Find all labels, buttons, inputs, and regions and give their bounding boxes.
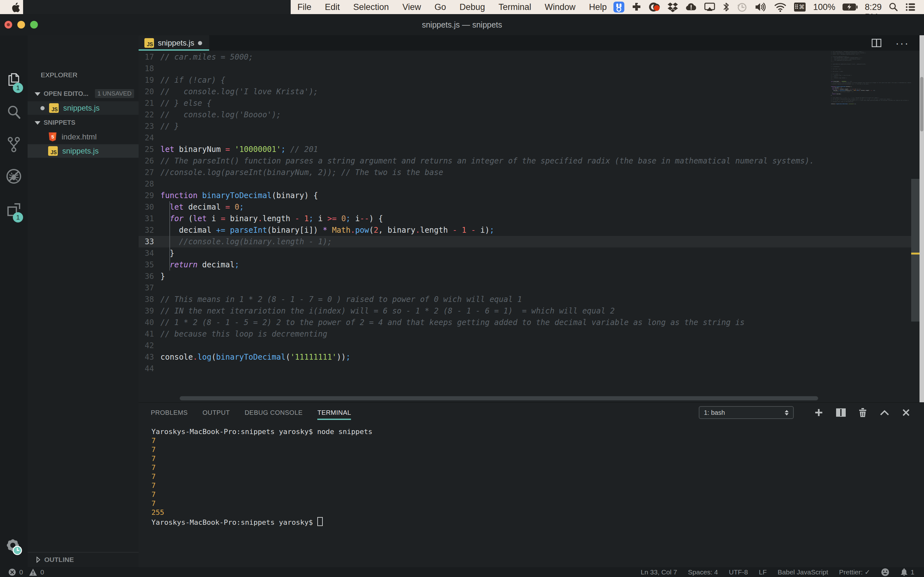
select-arrows-icon — [785, 410, 788, 416]
code-line-25[interactable]: 25let binaryNum = '10000001'; // 201 — [139, 143, 924, 155]
clipboard-plus-icon[interactable] — [632, 2, 642, 12]
menu-item-window[interactable]: Window — [538, 2, 582, 12]
zoom-window-button[interactable] — [30, 21, 38, 29]
airplay-icon[interactable] — [704, 2, 716, 12]
screen-record-icon[interactable] — [649, 2, 660, 12]
volume-icon[interactable] — [754, 2, 767, 12]
dropbox-icon[interactable] — [667, 2, 678, 12]
code-line-36[interactable]: 36} — [139, 271, 924, 282]
code-line-22[interactable]: 22// console.log('Boooo'); — [139, 109, 924, 121]
warning-count[interactable]: 0 — [40, 568, 44, 576]
horizontal-scrollbar[interactable] — [180, 396, 818, 400]
code-line-42[interactable]: 42 — [139, 340, 924, 351]
menu-item-help[interactable]: Help — [582, 2, 614, 12]
code-line-33[interactable]: 33 //console.log(binary.length - 1); — [139, 236, 924, 247]
debug-icon[interactable] — [0, 168, 27, 185]
editor-scrollbar-thumb[interactable] — [911, 179, 919, 322]
settings-gear-icon[interactable] — [0, 537, 27, 555]
maximize-panel-icon[interactable] — [880, 409, 889, 416]
errors-icon[interactable] — [8, 568, 16, 576]
open-editors-header[interactable]: OPEN EDITO... 1 UNSAVED — [27, 87, 139, 100]
warnings-icon[interactable] — [29, 568, 37, 576]
menu-item-terminal[interactable]: Terminal — [492, 2, 538, 12]
code-line-24[interactable]: 24 — [139, 132, 924, 143]
code-line-37[interactable]: 37 — [139, 282, 924, 293]
status-item-ln-33-col-7[interactable]: Ln 33, Col 7 — [641, 568, 677, 576]
menu-item-view[interactable]: View — [396, 2, 428, 12]
menu-item-debug[interactable]: Debug — [453, 2, 492, 12]
code-line-44[interactable]: 44 — [139, 363, 924, 374]
source-control-icon[interactable] — [0, 137, 27, 153]
menu-item-selection[interactable]: Selection — [347, 2, 396, 12]
status-item-prettier[interactable]: Prettier: ✓ — [839, 568, 870, 576]
menu-item-go[interactable]: Go — [428, 2, 453, 12]
minimize-window-button[interactable] — [17, 21, 25, 29]
close-window-button[interactable] — [5, 21, 12, 29]
wifi-icon[interactable] — [774, 2, 787, 12]
code-line-34[interactable]: 34 } — [139, 247, 924, 259]
split-editor-icon[interactable] — [872, 39, 881, 47]
tab-snippets-js[interactable]: JS snippets.js — [139, 35, 209, 51]
code-line-41[interactable]: 41// because this loop is decrementing — [139, 328, 924, 340]
blue-app-icon[interactable] — [614, 2, 624, 13]
code-line-28[interactable]: 28 — [139, 178, 924, 190]
minimap[interactable]: // let searchValue = document.querySelec… — [831, 51, 911, 186]
bluetooth-icon[interactable] — [722, 2, 730, 13]
close-panel-icon[interactable] — [902, 409, 910, 416]
keyboard-command-icon[interactable]: ⌘ — [794, 2, 806, 12]
time-machine-icon[interactable] — [737, 2, 748, 13]
kill-terminal-icon[interactable] — [859, 408, 867, 417]
open-editor-item-snippets[interactable]: JS snippets.js — [27, 101, 139, 115]
terminal-output[interactable]: Yaroskys-MacBook-Pro:snippets yarosky$ n… — [152, 427, 373, 527]
status-item-spaces-4[interactable]: Spaces: 4 — [688, 568, 718, 576]
terminal-shell-select[interactable]: 1: bash — [699, 406, 794, 419]
menu-item-edit[interactable]: Edit — [318, 2, 347, 12]
search-icon[interactable] — [0, 105, 27, 120]
code-line-43[interactable]: 43console.log(binaryToDecimal('11111111'… — [139, 351, 924, 363]
split-terminal-icon[interactable] — [836, 408, 846, 417]
folder-section-header[interactable]: SNIPPETS — [27, 116, 139, 129]
panel-tab-output[interactable]: OUTPUT — [202, 403, 230, 422]
spotlight-search-icon[interactable] — [889, 2, 898, 12]
code-line-21[interactable]: 21// } else { — [139, 97, 924, 109]
file-item-snippets-js[interactable]: JS snippets.js — [27, 144, 139, 158]
apple-icon[interactable] — [10, 2, 20, 13]
code-line-19[interactable]: 19// if (!car) { — [139, 74, 924, 86]
macos-scrollbar-thumb[interactable] — [920, 77, 923, 131]
file-item-index-html[interactable]: 5 index.html — [27, 130, 139, 143]
cloud-alert-icon[interactable] — [685, 2, 697, 12]
outline-section-header[interactable]: OUTLINE — [27, 552, 139, 567]
code-line-32[interactable]: 32 decimal += parseInt(binary[i]) * Math… — [139, 224, 924, 236]
modified-dot-icon[interactable] — [198, 41, 202, 45]
menu-item-file[interactable]: File — [291, 2, 318, 12]
code-line-29[interactable]: 29function binaryToDecimal(binary) { — [139, 190, 924, 201]
code-line-40[interactable]: 40// 1 * 2 (8 - 1 - 5 = 2) 2 to the powe… — [139, 317, 924, 328]
code-editor[interactable]: 17// car.miles = 5000;1819// if (!car) {… — [139, 51, 924, 398]
status-item-babel-javascript[interactable]: Babel JavaScript — [778, 568, 829, 576]
battery-icon[interactable] — [842, 3, 858, 11]
status-item-lf[interactable]: LF — [759, 568, 767, 576]
code-line-31[interactable]: 31 for (let i = binary.length - 1; i >= … — [139, 213, 924, 224]
panel-tab-problems[interactable]: PROBLEMS — [151, 403, 188, 422]
new-terminal-icon[interactable] — [814, 408, 823, 417]
code-line-text: // IN the next iterariotion the i(index)… — [160, 305, 615, 317]
code-line-27[interactable]: 27//console.log(parseInt(binaryNum, 2));… — [139, 167, 924, 178]
code-line-38[interactable]: 38// This means in 1 * 2 (8 - 1 - 7 = 0 … — [139, 293, 924, 305]
panel-tab-debug-console[interactable]: DEBUG CONSOLE — [244, 403, 302, 422]
code-line-35[interactable]: 35 return decimal; — [139, 259, 924, 271]
more-actions-icon[interactable]: ··· — [895, 40, 909, 46]
code-line-23[interactable]: 23// } — [139, 121, 924, 132]
panel-tab-terminal[interactable]: TERMINAL — [317, 403, 351, 422]
code-token — [230, 203, 234, 211]
code-line-18[interactable]: 18 — [139, 63, 924, 74]
code-line-20[interactable]: 20// console.log('I love Krista'); — [139, 86, 924, 97]
status-item-utf-8[interactable]: UTF-8 — [729, 568, 748, 576]
notification-list-icon[interactable] — [905, 3, 916, 11]
code-line-17[interactable]: 17// car.miles = 5000; — [139, 51, 924, 63]
code-line-39[interactable]: 39// IN the next iterariotion the i(inde… — [139, 305, 924, 317]
bell-icon[interactable] — [900, 568, 908, 576]
feedback-smiley-icon[interactable] — [881, 568, 889, 576]
error-count[interactable]: 0 — [19, 568, 23, 576]
code-line-30[interactable]: 30 let decimal = 0; — [139, 201, 924, 213]
code-line-26[interactable]: 26// The parseInt() function parses a st… — [139, 155, 924, 167]
